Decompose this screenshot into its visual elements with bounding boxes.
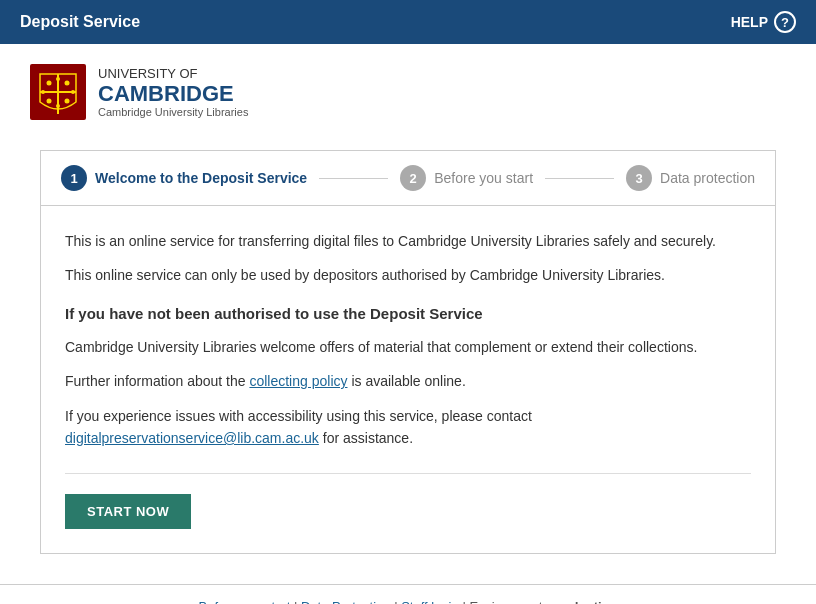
svg-point-11 <box>71 90 75 94</box>
help-button[interactable]: HELP ? <box>731 11 796 33</box>
logo-text: UNIVERSITY OF CAMBRIDGE Cambridge Univer… <box>98 66 248 118</box>
content-box: This is an online service for transferri… <box>40 205 776 554</box>
step-line-1 <box>319 178 388 179</box>
footer-staff-login-link[interactable]: Staff login <box>401 599 459 604</box>
footer-separator-1: | <box>294 599 301 604</box>
step-1-number: 1 <box>61 165 87 191</box>
step-1-label: Welcome to the Deposit Service <box>95 170 307 186</box>
accessibility-prefix: If you experience issues with accessibil… <box>65 408 532 424</box>
svg-point-8 <box>56 77 60 81</box>
svg-point-10 <box>41 90 45 94</box>
dps-email-link[interactable]: digitalpreservationservice@lib.cam.ac.uk <box>65 430 319 446</box>
help-icon: ? <box>774 11 796 33</box>
help-label: HELP <box>731 14 768 30</box>
svg-point-4 <box>47 81 52 86</box>
university-crest <box>30 64 86 120</box>
step-2-number: 2 <box>400 165 426 191</box>
footer-data-protection-link[interactable]: Data Protection <box>301 599 391 604</box>
footer-before-you-start-link[interactable]: Before you start <box>199 599 291 604</box>
step-3-number: 3 <box>626 165 652 191</box>
collecting-policy-prefix: Further information about the <box>65 373 249 389</box>
intro-para-2: This online service can only be used by … <box>65 264 751 286</box>
accessibility-suffix: for assistance. <box>319 430 413 446</box>
unauthorised-heading: If you have not been authorised to use t… <box>65 303 751 324</box>
libraries-label: Cambridge University Libraries <box>98 106 248 118</box>
footer-env-label: Environment: <box>469 599 546 604</box>
steps-container: 1 Welcome to the Deposit Service 2 Befor… <box>40 150 776 205</box>
collecting-policy-para: Further information about the collecting… <box>65 370 751 392</box>
page-footer: Before you start | Data Protection | Sta… <box>0 584 816 604</box>
app-header: Deposit Service HELP ? <box>0 0 816 44</box>
intro-para-1: This is an online service for transferri… <box>65 230 751 252</box>
svg-point-6 <box>47 99 52 104</box>
collections-para: Cambridge University Libraries welcome o… <box>65 336 751 358</box>
svg-point-7 <box>65 99 70 104</box>
logo-area: UNIVERSITY OF CAMBRIDGE Cambridge Univer… <box>0 44 816 140</box>
accessibility-para: If you experience issues with accessibil… <box>65 405 751 450</box>
collecting-policy-link[interactable]: collecting policy <box>249 373 347 389</box>
step-3-label: Data protection <box>660 170 755 186</box>
start-now-button[interactable]: START NOW <box>65 494 191 529</box>
university-of-label: UNIVERSITY OF <box>98 66 248 82</box>
svg-point-9 <box>56 104 60 108</box>
collecting-policy-suffix: is available online. <box>348 373 466 389</box>
step-2-label: Before you start <box>434 170 533 186</box>
svg-point-5 <box>65 81 70 86</box>
step-3: 3 Data protection <box>626 165 755 191</box>
step-2: 2 Before you start <box>400 165 533 191</box>
step-1: 1 Welcome to the Deposit Service <box>61 165 307 191</box>
step-line-2 <box>545 178 614 179</box>
content-divider <box>65 473 751 474</box>
cambridge-label: CAMBRIDGE <box>98 82 248 106</box>
footer-env-value: production <box>550 599 618 604</box>
app-title: Deposit Service <box>20 13 140 31</box>
